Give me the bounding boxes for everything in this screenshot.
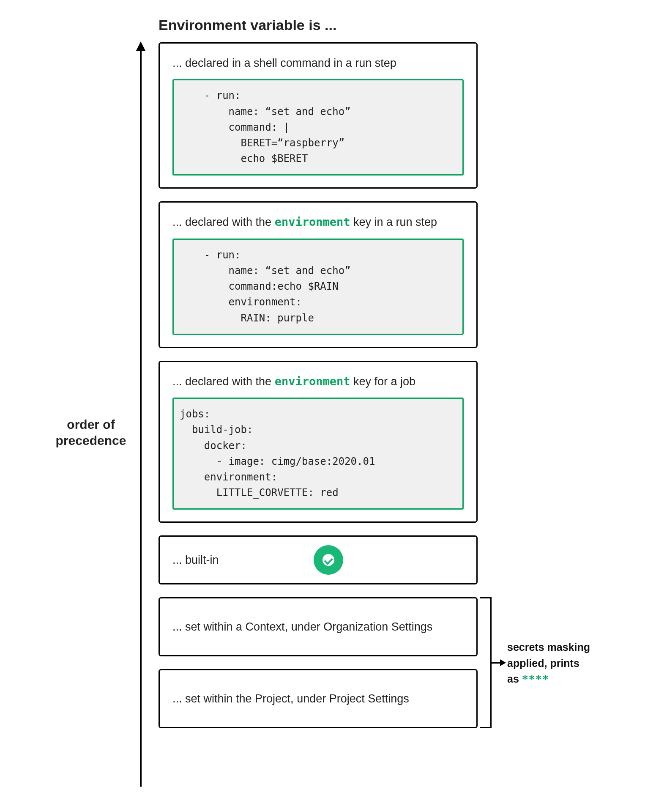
card-shell-code: - run: name: “set and echo” command: | B… (172, 79, 464, 176)
secrets-line3-prefix: as (507, 673, 522, 685)
built-in-logo-wrap (194, 545, 464, 575)
secrets-bracket (480, 597, 492, 728)
circleci-check-icon (314, 545, 343, 575)
arrow-shaft (492, 662, 501, 664)
card-job-env-code: jobs: build-job: docker: - image: cimg/b… (172, 398, 464, 510)
card-shell-command: ... declared in a shell command in a run… (159, 42, 478, 189)
precedence-label-line2: precedence (56, 433, 126, 447)
diagram-root: Environment variable is ... order of pre… (0, 0, 656, 812)
secrets-mask: **** (522, 673, 549, 685)
cards-column: ... declared in a shell command in a run… (159, 42, 478, 728)
card-project-desc: ... set within the Project, under Projec… (172, 691, 409, 706)
card-context-desc: ... set within a Context, under Organiza… (172, 619, 432, 634)
precedence-label-line1: order of (67, 417, 115, 431)
precedence-label: order of precedence (53, 417, 129, 448)
environment-keyword: environment (275, 215, 350, 228)
card-project-settings: ... set within the Project, under Projec… (159, 669, 478, 728)
card-run-environment: ... declared with the environment key in… (159, 201, 478, 348)
secrets-line2: applied, prints (507, 657, 579, 669)
card-run-env-desc: ... declared with the environment key in… (172, 214, 464, 230)
precedence-arrow-up (136, 42, 145, 787)
card-run-env-code: - run: name: “set and echo” command:echo… (172, 239, 464, 335)
environment-keyword: environment (275, 375, 350, 388)
card-run-env-suffix: key in a run step (350, 216, 437, 228)
arrow-head-icon (500, 659, 506, 666)
secrets-arrow-right (492, 658, 506, 667)
arrow-shaft (140, 47, 142, 787)
page-title: Environment variable is ... (159, 17, 336, 33)
card-job-environment: ... declared with the environment key fo… (159, 361, 478, 523)
card-context-settings: ... set within a Context, under Organiza… (159, 597, 478, 656)
card-job-env-desc: ... declared with the environment key fo… (172, 374, 464, 389)
card-job-env-suffix: key for a job (350, 375, 415, 388)
card-shell-desc: ... declared in a shell command in a run… (172, 55, 464, 71)
card-job-env-prefix: ... declared with the (172, 375, 275, 388)
secrets-masking-note: secrets masking applied, prints as **** (507, 639, 617, 687)
card-run-env-prefix: ... declared with the (172, 216, 275, 228)
card-built-in: ... built-in (159, 535, 478, 584)
secrets-line1: secrets masking (507, 641, 590, 653)
